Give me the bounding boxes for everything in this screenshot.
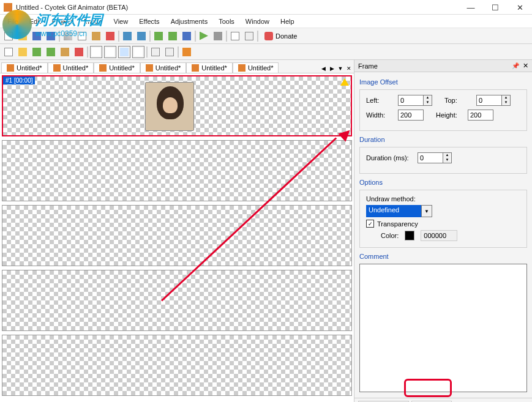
import-button[interactable] bbox=[152, 30, 165, 42]
color-label: Color: bbox=[381, 232, 399, 239]
top-label: Top: bbox=[444, 97, 473, 104]
color-swatch[interactable] bbox=[405, 231, 414, 240]
layout-c-button[interactable] bbox=[118, 46, 130, 58]
menu-image[interactable]: Image bbox=[79, 17, 108, 26]
separator bbox=[59, 31, 60, 42]
frame-row-empty[interactable] bbox=[2, 270, 352, 331]
width-input[interactable] bbox=[398, 110, 424, 121]
group-options-title: Options bbox=[359, 179, 527, 186]
misc-a-button[interactable] bbox=[149, 46, 162, 58]
minimize-button[interactable]: — bbox=[459, 0, 483, 15]
menu-tools[interactable]: Tools bbox=[214, 17, 239, 26]
doc-tab-label: Untitled* bbox=[109, 64, 135, 72]
chevron-down-icon: ▼ bbox=[421, 205, 432, 217]
menu-project[interactable]: Project bbox=[47, 17, 78, 26]
tab-close-button[interactable]: ✕ bbox=[345, 64, 353, 73]
frame-open-button[interactable] bbox=[17, 46, 29, 58]
frame-row-1[interactable]: #1 [00:00] bbox=[2, 75, 352, 136]
pin-icon[interactable]: 📌 bbox=[512, 62, 519, 69]
frame-del-button[interactable] bbox=[73, 46, 85, 58]
doc-tab-5[interactable]: Untitled* bbox=[233, 62, 279, 73]
undo-button[interactable] bbox=[121, 30, 133, 42]
maximize-button[interactable]: ☐ bbox=[483, 0, 508, 15]
rss-button[interactable] bbox=[181, 46, 193, 58]
height-input[interactable] bbox=[468, 110, 493, 121]
heart-icon bbox=[264, 32, 273, 40]
height-label: Height: bbox=[436, 111, 464, 119]
toolbar-2 bbox=[0, 44, 532, 60]
doc-tab-1[interactable]: Untitled* bbox=[48, 62, 94, 73]
doc-tab-2[interactable]: Untitled* bbox=[94, 62, 140, 73]
close-button[interactable]: ✕ bbox=[508, 0, 532, 15]
frame-add2-button[interactable] bbox=[45, 46, 57, 58]
tab-dropdown-button[interactable]: ▼ bbox=[337, 64, 344, 73]
bottom-tabs: Animation Frame bbox=[354, 398, 532, 402]
donate-button[interactable]: Donate bbox=[260, 30, 301, 42]
group-duration-title: Duration bbox=[359, 136, 527, 143]
paste-button[interactable] bbox=[90, 30, 102, 42]
menu-adjustments[interactable]: Adjustments bbox=[166, 17, 213, 26]
group-offset-title: Image Offset bbox=[359, 78, 527, 86]
undraw-value: Undefined bbox=[366, 205, 421, 217]
window-title: Untitled - Cyotek Gif Animator (BETA) bbox=[16, 4, 528, 11]
opts-button[interactable] bbox=[243, 30, 255, 42]
frame-row-empty[interactable] bbox=[2, 140, 352, 201]
layout-b-button[interactable] bbox=[104, 46, 116, 58]
layout-a-button[interactable] bbox=[90, 46, 102, 58]
separator bbox=[178, 47, 179, 58]
doc-tab-label: Untitled* bbox=[155, 64, 181, 72]
doc-icon bbox=[238, 64, 245, 72]
separator bbox=[195, 31, 196, 42]
toolbar-1: Donate bbox=[0, 28, 532, 44]
delete-button[interactable] bbox=[104, 30, 116, 42]
new-button[interactable] bbox=[2, 30, 15, 42]
duration-input[interactable] bbox=[418, 152, 443, 163]
layout-d-button[interactable] bbox=[132, 46, 144, 58]
tab-next-button[interactable]: ▶ bbox=[328, 64, 335, 73]
open-button[interactable] bbox=[17, 30, 29, 42]
import2-button[interactable] bbox=[167, 30, 179, 42]
left-spinner[interactable]: ▲▼ bbox=[424, 95, 432, 106]
duration-spinner[interactable]: ▲▼ bbox=[443, 152, 452, 163]
frame-row-empty[interactable] bbox=[2, 335, 352, 396]
transparency-checkbox[interactable]: ✓ bbox=[366, 220, 374, 228]
menu-file[interactable]: File bbox=[2, 17, 23, 26]
width-label: Width: bbox=[366, 111, 394, 119]
save-button[interactable] bbox=[31, 30, 43, 42]
panel-body: Image Offset Left: ▲▼ Top: ▲▼ Width: Hei… bbox=[354, 72, 532, 398]
tab-prev-button[interactable]: ◀ bbox=[320, 64, 327, 73]
redo-button[interactable] bbox=[135, 30, 148, 42]
menu-help[interactable]: Help bbox=[275, 17, 299, 26]
doc-tab-4[interactable]: Untitled* bbox=[186, 62, 233, 73]
cut-button[interactable] bbox=[62, 30, 74, 42]
doc-tab-label: Untitled* bbox=[63, 64, 89, 72]
transparency-label: Transparency bbox=[377, 220, 418, 228]
saveall-button[interactable] bbox=[45, 30, 57, 42]
comment-textarea[interactable] bbox=[359, 264, 527, 392]
frame-row-empty[interactable] bbox=[2, 205, 352, 266]
menu-effects[interactable]: Effects bbox=[134, 17, 164, 26]
top-spinner[interactable]: ▲▼ bbox=[502, 95, 511, 106]
stop-button[interactable] bbox=[212, 30, 224, 42]
left-input[interactable] bbox=[398, 95, 424, 106]
doc-tab-label: Untitled* bbox=[201, 64, 227, 72]
undraw-label: Undraw method: bbox=[366, 195, 520, 203]
menu-view[interactable]: View bbox=[109, 17, 133, 26]
copy-button[interactable] bbox=[76, 30, 88, 42]
panel-close-icon[interactable]: ✕ bbox=[523, 62, 528, 70]
top-input[interactable] bbox=[476, 95, 502, 106]
props-button[interactable] bbox=[229, 30, 241, 42]
doc-tab-3[interactable]: Untitled* bbox=[140, 62, 187, 73]
frame-add-button[interactable] bbox=[31, 46, 43, 58]
export-button[interactable] bbox=[181, 30, 193, 42]
doc-tab-0[interactable]: Untitled* bbox=[1, 62, 48, 73]
menu-window[interactable]: Window bbox=[241, 17, 274, 26]
separator bbox=[226, 31, 227, 42]
menu-edit[interactable]: Edit bbox=[24, 17, 46, 26]
frame-new-button[interactable] bbox=[2, 46, 15, 58]
group-offset: Left: ▲▼ Top: ▲▼ Width: Height: bbox=[359, 89, 527, 131]
frame-edit-button[interactable] bbox=[59, 46, 71, 58]
play-button[interactable] bbox=[198, 30, 210, 42]
misc-b-button[interactable] bbox=[163, 46, 176, 58]
undraw-select[interactable]: Undefined ▼ bbox=[366, 205, 520, 217]
